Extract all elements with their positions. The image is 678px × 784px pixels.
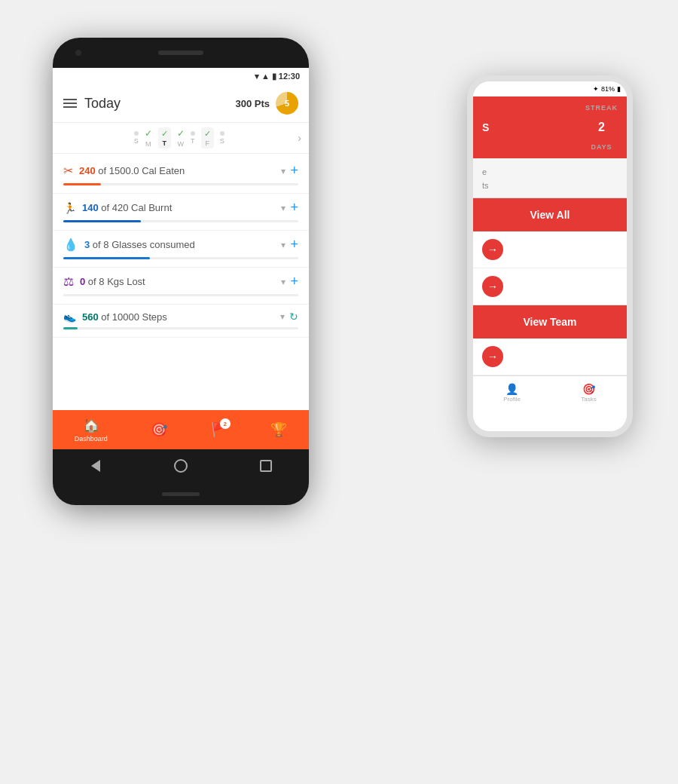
iphone-tab-tasks-label: Tasks	[581, 396, 596, 403]
calories-eaten-dropdown[interactable]: ▾	[281, 166, 286, 176]
weight-dropdown[interactable]: ▾	[281, 277, 286, 287]
pts-section: e ts	[473, 158, 627, 198]
steps-sync-button[interactable]: ↻	[289, 311, 298, 323]
profile-icon: 👤	[505, 383, 518, 395]
water-progress-fill	[63, 257, 150, 259]
weight-add-button[interactable]: +	[290, 274, 298, 289]
calories-eaten-progress-fill	[63, 183, 101, 185]
tab-dashboard-label: Dashboard	[75, 435, 108, 443]
messages-badge: 2	[220, 418, 231, 429]
goals-icon: 🎯	[151, 421, 167, 438]
streak-circle: 2	[588, 114, 615, 141]
android-status-bar: ▾ ▲ ▮ 12:30	[53, 68, 309, 84]
bottom-tab-bar: 🏠 Dashboard 🎯 🚩 2 🏆	[53, 410, 309, 449]
day-saturday[interactable]: S	[220, 131, 224, 145]
weight-text: 0 of 8 Kgs Lost	[80, 276, 145, 287]
points-badge: 300 Pts	[235, 98, 270, 109]
view-team-label: View Team	[523, 316, 576, 328]
points-circle: 5	[276, 92, 298, 115]
calories-burnt-icon: 🏃	[63, 202, 76, 214]
calories-burnt-dropdown[interactable]: ▾	[281, 203, 286, 213]
tracker-weight: ⚖ 0 of 8 Kgs Lost ▾ +	[53, 268, 309, 305]
water-text: 3 of 8 Glasses consumed	[84, 239, 195, 250]
signal-icon: ▲	[261, 72, 270, 81]
steps-dropdown[interactable]: ▾	[280, 311, 285, 322]
arrow-row-1: →	[473, 231, 627, 268]
view-all-button[interactable]: View All	[473, 198, 627, 231]
day-wednesday[interactable]: ✓ W	[177, 128, 185, 148]
android-mic	[162, 492, 200, 496]
android-top-bar	[53, 38, 309, 68]
day-sunday[interactable]: S	[134, 131, 139, 145]
tracker-calories-burnt: 🏃 140 of 420 Cal Burnt ▾ +	[53, 194, 309, 231]
calories-eaten-progress-bg	[63, 183, 298, 185]
hamburger-menu[interactable]	[63, 99, 77, 108]
bluetooth-icon: ✦	[593, 85, 599, 93]
tracker-water: 💧 3 of 8 Glasses consumed ▾ +	[53, 231, 309, 268]
calories-burnt-progress-fill	[63, 220, 141, 222]
home-button[interactable]	[172, 457, 190, 475]
tab-goals[interactable]: 🎯	[151, 421, 167, 438]
android-phone: ▾ ▲ ▮ 12:30 Today 300 Pts 5	[53, 38, 309, 505]
iphone-tab-tasks[interactable]: 🎯 Tasks	[581, 383, 596, 403]
recents-button[interactable]	[257, 457, 275, 475]
water-add-button[interactable]: +	[290, 237, 298, 253]
day-monday[interactable]: ✓ M	[145, 128, 152, 148]
tracker-calories-eaten: ✂ 240 of 1500.0 Cal Eaten ▾ +	[53, 157, 309, 194]
battery-percent: 81%	[601, 85, 615, 93]
arrow-row-3: →	[473, 338, 627, 375]
tracker-steps: 👟 560 of 10000 Steps ▾ ↻	[53, 305, 309, 338]
day-friday[interactable]: ✓ F	[201, 127, 214, 149]
iphone-status-bar: ✦ 81% ▮	[473, 81, 627, 96]
tab-achievements[interactable]: 🏆	[270, 421, 287, 438]
page-title: Today	[84, 96, 121, 112]
water-progress-bg	[63, 257, 298, 259]
week-next-icon[interactable]: ›	[298, 132, 301, 144]
arrow-button-3[interactable]: →	[482, 346, 503, 367]
calories-burnt-progress-bg	[63, 220, 298, 222]
steps-icon: 👟	[63, 311, 76, 323]
pts-text2: ts	[482, 181, 489, 190]
android-speaker	[158, 51, 203, 55]
view-team-button[interactable]: View Team	[473, 305, 627, 338]
week-selector: S ✓ M ✓ T ✓ W	[53, 123, 309, 154]
steps-progress-bg	[63, 327, 298, 329]
pts-text: e	[482, 167, 487, 176]
steps-progress-fill	[63, 327, 78, 329]
day-thursday[interactable]: T	[191, 131, 195, 145]
android-camera	[75, 50, 81, 56]
dashboard-icon: 🏠	[83, 417, 99, 433]
battery-icon: ▮	[617, 85, 621, 93]
iphone-tab-profile-label: Profile	[503, 396, 521, 403]
steps-text: 560 of 10000 Steps	[82, 311, 167, 323]
achievements-icon: 🏆	[270, 421, 287, 438]
android-bottom	[53, 482, 309, 505]
android-nav-bar	[53, 449, 309, 482]
arrow-row-2: →	[473, 268, 627, 305]
iphone-tab-profile[interactable]: 👤 Profile	[503, 383, 521, 403]
iphone: ✦ 81% ▮ S STREAK 2 DAYS e ts	[467, 75, 633, 437]
iphone-screen: S STREAK 2 DAYS e ts View All →	[473, 96, 627, 431]
app-header: Today 300 Pts 5	[53, 84, 309, 123]
arrow-button-2[interactable]: →	[482, 276, 503, 297]
wifi-icon: ▾	[255, 72, 259, 81]
tab-messages[interactable]: 🚩 2	[211, 421, 228, 438]
back-button[interactable]	[87, 457, 105, 475]
streak-days-label: DAYS	[591, 143, 612, 151]
tab-dashboard[interactable]: 🏠 Dashboard	[75, 417, 108, 443]
iphone-tab-bar: 👤 Profile 🎯 Tasks	[473, 375, 627, 409]
arrow-button-1[interactable]: →	[482, 239, 503, 260]
iphone-red-header: S STREAK 2 DAYS	[473, 96, 627, 158]
streak-count: 2	[598, 121, 605, 134]
tasks-icon: 🎯	[582, 383, 595, 395]
calories-eaten-text: 240 of 1500.0 Cal Eaten	[79, 165, 185, 176]
calories-burnt-text: 140 of 420 Cal Burnt	[82, 202, 172, 213]
day-tuesday[interactable]: ✓ T	[158, 127, 171, 149]
water-icon: 💧	[63, 237, 78, 252]
tracker-list: ✂ 240 of 1500.0 Cal Eaten ▾ +	[53, 154, 309, 410]
calories-burnt-add-button[interactable]: +	[290, 200, 298, 216]
calories-eaten-add-button[interactable]: +	[290, 163, 298, 179]
weight-icon: ⚖	[63, 274, 74, 289]
streak-label: STREAK	[585, 104, 618, 112]
water-dropdown[interactable]: ▾	[281, 240, 286, 250]
